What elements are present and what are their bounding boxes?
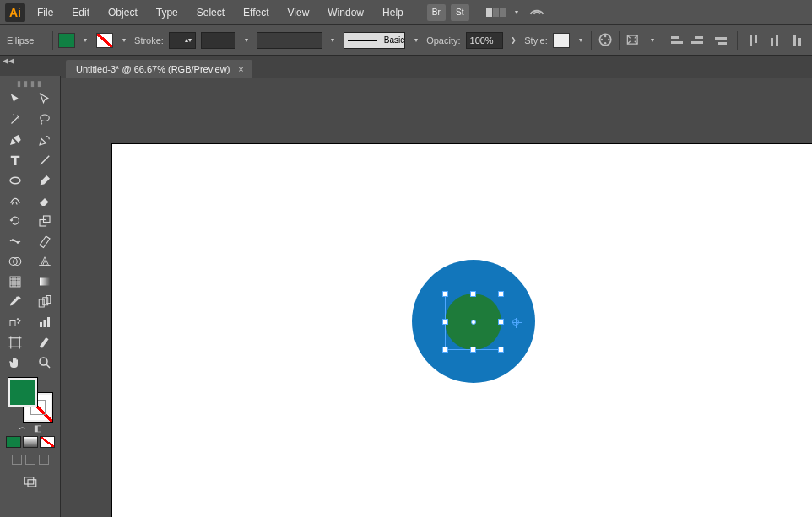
selection-handle-icon[interactable] <box>470 291 476 297</box>
eyedropper-tool-icon[interactable] <box>0 292 30 312</box>
fill-stroke-proxy[interactable] <box>8 378 52 422</box>
direct-selection-tool-icon[interactable] <box>30 89 61 110</box>
control-bar: Ellipse ▾ ▾ Stroke: ▴▾ ▾ ▾ Basic ▾ Opaci… <box>0 24 812 55</box>
menu-file[interactable]: File <box>30 3 60 22</box>
align-right-icon[interactable] <box>712 32 729 49</box>
graphic-style-dropdown-icon[interactable]: ▾ <box>575 33 586 48</box>
toolbar-grip-icon[interactable]: ▮▮▮▮ <box>0 79 60 88</box>
selection-handle-icon[interactable] <box>470 347 476 353</box>
shape-builder-tool-icon[interactable] <box>0 251 30 272</box>
fill-dropdown-icon[interactable]: ▾ <box>80 33 91 48</box>
menu-type[interactable]: Type <box>149 3 185 22</box>
selection-tool-icon[interactable] <box>0 89 30 110</box>
align-left-icon[interactable] <box>669 32 685 49</box>
stroke-weight-input[interactable]: ▴▾ <box>169 32 196 49</box>
menu-object[interactable]: Object <box>101 3 144 22</box>
menu-edit[interactable]: Edit <box>65 3 96 22</box>
brush-dropdown-icon[interactable]: ▾ <box>328 33 338 48</box>
align-vcenter-icon[interactable] <box>766 32 783 49</box>
pen-tool-icon[interactable] <box>0 130 30 150</box>
transform-pivot-icon[interactable] <box>512 319 519 326</box>
stock-icon[interactable]: St <box>451 4 469 21</box>
color-mode-solid-icon[interactable] <box>6 436 21 448</box>
selection-bounding-box[interactable] <box>445 294 501 350</box>
svg-rect-15 <box>40 278 50 286</box>
recolor-artwork-icon[interactable] <box>597 32 614 49</box>
stroke-style-dropdown-icon[interactable]: ▾ <box>410 33 421 48</box>
draw-normal-icon[interactable] <box>12 455 22 465</box>
fill-proxy-icon[interactable] <box>8 378 37 407</box>
shaper-tool-icon[interactable] <box>0 191 30 211</box>
selection-handle-icon[interactable] <box>498 319 504 325</box>
canvas-area[interactable] <box>66 78 812 517</box>
panel-collapse-icon[interactable]: ◀◀ <box>3 57 14 65</box>
close-tab-icon[interactable]: × <box>238 64 243 74</box>
mesh-tool-icon[interactable] <box>0 272 30 292</box>
eraser-tool-icon[interactable] <box>30 191 61 211</box>
width-tool-icon[interactable] <box>0 231 30 251</box>
ellipse-tool-icon[interactable] <box>0 170 30 191</box>
selection-handle-icon[interactable] <box>442 291 448 297</box>
opacity-dropdown-icon[interactable]: ❯ <box>508 33 519 48</box>
document-tab[interactable]: Untitled-3* @ 66.67% (RGB/Preview) × <box>66 60 252 78</box>
menu-help[interactable]: Help <box>376 3 410 22</box>
perspective-grid-tool-icon[interactable] <box>30 251 61 272</box>
draw-behind-icon[interactable] <box>25 455 35 465</box>
artboard-tool-icon[interactable] <box>0 332 30 353</box>
curvature-tool-icon[interactable] <box>30 130 61 150</box>
selection-handle-icon[interactable] <box>442 319 448 325</box>
variable-width-profile[interactable] <box>201 32 235 49</box>
free-transform-tool-icon[interactable] <box>30 231 61 251</box>
gpu-preview-icon[interactable] <box>528 4 546 21</box>
document-tab-strip: Untitled-3* @ 66.67% (RGB/Preview) × <box>0 55 812 78</box>
magic-wand-tool-icon[interactable] <box>0 110 30 130</box>
type-tool-icon[interactable] <box>0 150 30 170</box>
draw-inside-icon[interactable] <box>39 455 49 465</box>
artboard[interactable] <box>111 143 812 517</box>
paintbrush-tool-icon[interactable] <box>30 170 61 191</box>
stroke-style-preview[interactable]: Basic <box>344 32 406 49</box>
scale-tool-icon[interactable] <box>30 211 61 231</box>
selection-handle-icon[interactable] <box>498 347 504 353</box>
gradient-tool-icon[interactable] <box>30 272 61 292</box>
vw-dropdown-icon[interactable]: ▾ <box>241 33 252 48</box>
align-to-dropdown-icon[interactable]: ▾ <box>647 33 658 48</box>
align-hcenter-icon[interactable] <box>690 32 707 49</box>
menu-effect[interactable]: Effect <box>236 3 275 22</box>
rotate-tool-icon[interactable] <box>0 211 30 231</box>
color-mode-none-icon[interactable] <box>40 436 55 448</box>
blend-tool-icon[interactable] <box>30 292 61 312</box>
svg-point-6 <box>41 115 50 121</box>
align-bottom-icon[interactable] <box>788 32 805 49</box>
selection-center-icon[interactable] <box>471 320 476 325</box>
bridge-icon[interactable]: Br <box>427 4 446 21</box>
symbol-sprayer-tool-icon[interactable] <box>0 312 30 332</box>
menu-window[interactable]: Window <box>321 3 371 22</box>
menu-bar: Ai File Edit Object Type Select Effect V… <box>0 0 812 24</box>
selection-handle-icon[interactable] <box>498 291 504 297</box>
column-graph-tool-icon[interactable] <box>30 312 61 332</box>
svg-rect-26 <box>11 338 20 347</box>
zoom-tool-icon[interactable] <box>30 353 61 373</box>
stroke-swatch[interactable] <box>96 33 113 48</box>
swap-fill-stroke-icon[interactable]: ⤺ <box>19 423 25 433</box>
align-to-icon[interactable] <box>625 32 641 49</box>
align-top-icon[interactable] <box>744 32 761 49</box>
lasso-tool-icon[interactable] <box>30 110 61 130</box>
default-fill-stroke-icon[interactable]: ◧ <box>34 423 41 433</box>
arrange-dropdown-icon[interactable]: ▾ <box>511 5 522 20</box>
arrange-documents-icon[interactable] <box>486 8 506 17</box>
fill-swatch[interactable] <box>58 33 75 48</box>
line-segment-tool-icon[interactable] <box>30 150 61 170</box>
menu-view[interactable]: View <box>281 3 317 22</box>
selection-handle-icon[interactable] <box>442 347 448 353</box>
color-mode-gradient-icon[interactable] <box>23 436 38 448</box>
brush-definition[interactable] <box>257 32 322 49</box>
slice-tool-icon[interactable] <box>30 332 61 353</box>
graphic-style-swatch[interactable] <box>553 33 570 48</box>
opacity-input[interactable]: 100% <box>466 32 504 49</box>
stroke-dropdown-icon[interactable]: ▾ <box>118 33 129 48</box>
menu-select[interactable]: Select <box>190 3 231 22</box>
screen-mode-icon[interactable] <box>11 471 50 492</box>
hand-tool-icon[interactable] <box>0 353 30 373</box>
